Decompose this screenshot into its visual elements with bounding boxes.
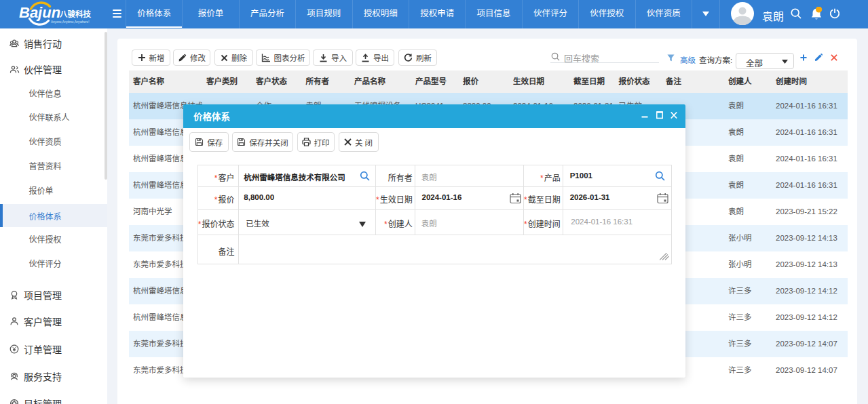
svg-text:八骏科技: 八骏科技 xyxy=(59,9,91,18)
svg-text:Anyone,Anytime,Anywhere!: Anyone,Anytime,Anywhere! xyxy=(51,20,89,24)
svg-text:Bajun: Bajun xyxy=(19,4,60,21)
